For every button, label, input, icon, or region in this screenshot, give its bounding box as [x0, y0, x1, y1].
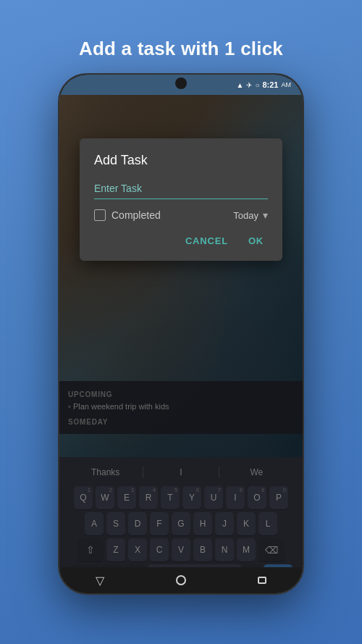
- alarm-icon: ○: [255, 81, 259, 89]
- completed-checkbox[interactable]: [94, 209, 106, 221]
- wifi-icon: ▲: [237, 81, 244, 89]
- phone-device: ▲ ✈ ○ 8:21 AM UPCOMING Plan weekend trip…: [58, 73, 304, 595]
- date-dropdown[interactable]: Today ▾: [233, 209, 268, 221]
- phone-screen: ▲ ✈ ○ 8:21 AM UPCOMING Plan weekend trip…: [59, 75, 303, 593]
- nav-recents-square: [258, 577, 266, 584]
- status-bar: ▲ ✈ ○ 8:21 AM: [59, 75, 303, 95]
- status-notch: [175, 78, 187, 89]
- dialog-actions: CANCEL OK: [94, 230, 268, 255]
- nav-back-button[interactable]: ▽: [89, 573, 111, 587]
- dialog-title: Add Task: [94, 153, 268, 168]
- dropdown-value: Today: [233, 210, 258, 221]
- task-input[interactable]: [94, 180, 268, 199]
- cancel-button[interactable]: CANCEL: [181, 233, 232, 249]
- chevron-down-icon: ▾: [263, 209, 268, 221]
- status-icons: ▲ ✈ ○ 8:21 AM: [237, 80, 291, 89]
- ok-button[interactable]: OK: [244, 233, 268, 249]
- airplane-icon: ✈: [246, 81, 252, 89]
- status-time: 8:21: [262, 80, 278, 89]
- bottom-nav: ▽: [59, 567, 303, 593]
- nav-recents-button[interactable]: [251, 573, 273, 587]
- completed-row: Completed: [94, 209, 161, 221]
- completed-label: Completed: [111, 209, 161, 221]
- status-ampm: AM: [282, 81, 292, 88]
- add-task-dialog: Add Task Completed Today ▾ CANCEL: [80, 138, 282, 261]
- dialog-options-row: Completed Today ▾: [94, 209, 268, 221]
- nav-home-button[interactable]: [170, 573, 192, 587]
- dialog-overlay: Add Task Completed Today ▾ CANCEL: [59, 95, 303, 593]
- page-title: Add a task with 1 click: [79, 38, 283, 60]
- nav-home-circle: [176, 575, 186, 585]
- wallpaper: UPCOMING Plan weekend trip with kids SOM…: [59, 95, 303, 593]
